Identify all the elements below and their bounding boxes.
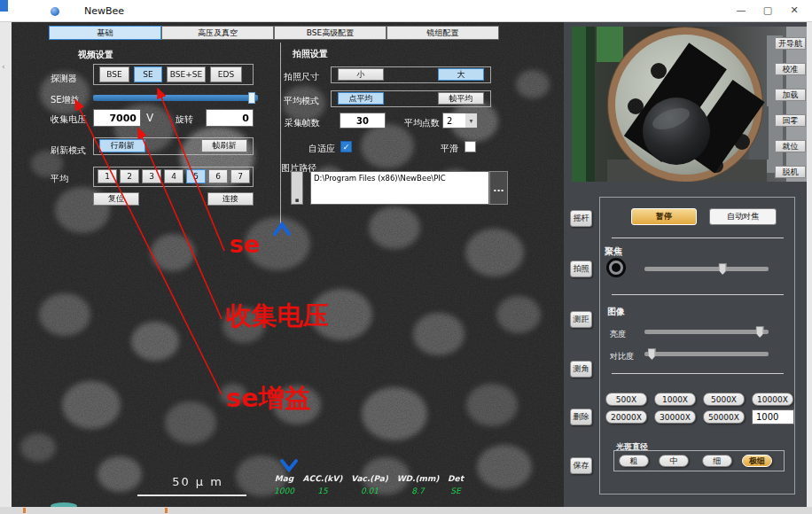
- offline-button[interactable]: 脱机: [775, 166, 806, 178]
- title-bar: NewBee — ▢ ✕: [0, 0, 812, 22]
- average-4-button[interactable]: 4: [164, 169, 183, 183]
- avg-frame-button[interactable]: 帧平均: [438, 92, 484, 105]
- size-small-button[interactable]: 小: [338, 68, 384, 81]
- status-det: DetSE: [448, 474, 464, 495]
- snapshot-button[interactable]: 拍照: [570, 261, 592, 277]
- refresh-mode-label: 刷新模式: [51, 144, 86, 157]
- maximize-button[interactable]: ▢: [761, 4, 775, 18]
- dropdown-arrow-icon[interactable]: ▾: [465, 113, 477, 128]
- annotation-voltage: 收集电压: [226, 299, 329, 334]
- average-2-button[interactable]: 2: [120, 169, 139, 183]
- app-title: NewBee: [84, 5, 124, 17]
- spot-fine-button[interactable]: 细: [702, 455, 732, 467]
- frames-input[interactable]: 30: [340, 113, 386, 128]
- taskbar-indicator: [23, 508, 26, 513]
- path-input[interactable]: D:\Program Files (x86)\NewBee\PIC: [310, 171, 489, 205]
- app-icon: [51, 7, 59, 16]
- open-navigation-button[interactable]: 开导航: [775, 37, 806, 50]
- in-position-button[interactable]: 就位: [775, 140, 806, 152]
- refresh-line-button[interactable]: 行刷新: [99, 139, 145, 152]
- save-button[interactable]: 保存: [570, 457, 592, 474]
- tab-basic[interactable]: 基础: [49, 26, 161, 40]
- voltage-unit-label: V: [146, 112, 153, 124]
- scale-bar: [137, 495, 246, 496]
- detector-bse-se-button[interactable]: BSE+SE: [167, 66, 206, 82]
- collect-voltage-input[interactable]: 7000: [93, 109, 141, 127]
- reset-button[interactable]: 复位: [93, 192, 139, 206]
- mag-10000x-button[interactable]: 10000X: [752, 393, 793, 406]
- tab-hv-vacuum[interactable]: 高压及真空: [161, 26, 274, 40]
- average-5-button[interactable]: 5: [186, 169, 206, 183]
- load-button[interactable]: 加载: [775, 89, 806, 101]
- chamber-camera-photo: [572, 27, 807, 182]
- rotation-label: 旋转: [176, 113, 193, 126]
- mag-30000x-button[interactable]: 30000X: [654, 410, 696, 424]
- right-panel: 开导航 校准 加载 回零 就位 脱机 摇杆 拍照 测距 测角 删除 保存 暂停 …: [564, 22, 807, 507]
- tab-lens-config[interactable]: 镜组配置: [386, 26, 499, 40]
- adaptive-checkbox[interactable]: ✓: [340, 141, 352, 152]
- home-button[interactable]: 回零: [775, 114, 806, 127]
- contrast-slider[interactable]: [644, 348, 769, 360]
- divider: [612, 373, 784, 374]
- size-large-button[interactable]: 大: [438, 68, 484, 81]
- calibrate-button[interactable]: 校准: [775, 63, 806, 75]
- autofocus-button[interactable]: 自动对焦: [709, 208, 777, 225]
- average-7-button[interactable]: 7: [230, 169, 250, 183]
- adaptive-label: 自适应: [308, 143, 335, 155]
- brightness-handle[interactable]: [756, 326, 764, 338]
- rotation-input[interactable]: 0: [206, 109, 254, 127]
- points-select[interactable]: 2 ▾: [442, 113, 478, 128]
- points-label: 平均点数: [404, 117, 440, 129]
- measure-distance-button[interactable]: 测距: [570, 311, 592, 328]
- detector-eds-button[interactable]: EDS: [210, 66, 242, 82]
- detector-se-button[interactable]: SE: [134, 66, 162, 82]
- average-1-button[interactable]: 1: [98, 169, 117, 183]
- mag-500x-button[interactable]: 500X: [605, 393, 647, 406]
- focus-target-icon[interactable]: [606, 258, 626, 277]
- measure-angle-button[interactable]: 测角: [570, 361, 592, 378]
- tab-bse-advanced[interactable]: BSE高级配置: [274, 26, 386, 40]
- focus-handle[interactable]: [719, 263, 727, 275]
- spot-coarse-button[interactable]: 粗: [619, 455, 649, 467]
- bottom-edge-strip: [0, 507, 812, 514]
- se-gain-label: SE增益: [51, 94, 80, 106]
- browse-button[interactable]: ...: [489, 171, 508, 205]
- detector-bse-button[interactable]: BSE: [99, 66, 129, 82]
- spot-medium-button[interactable]: 中: [659, 455, 689, 467]
- smooth-checkbox[interactable]: [465, 141, 476, 152]
- average-label: 平均: [51, 173, 68, 185]
- pause-button[interactable]: 暂停: [631, 208, 697, 225]
- se-gain-track: [93, 95, 258, 101]
- average-3-button[interactable]: 3: [142, 169, 161, 183]
- scale-label: 50 μ m: [144, 475, 251, 488]
- mag-5000x-button[interactable]: 5000X: [703, 393, 745, 406]
- frames-label: 采集帧数: [285, 117, 320, 129]
- joystick-button[interactable]: 摇杆: [570, 210, 592, 227]
- image-section-label: 图像: [607, 306, 625, 318]
- focus-slider[interactable]: [644, 263, 769, 275]
- video-settings-title: 视频设置: [78, 49, 113, 61]
- stage-icon[interactable]: ▪: [291, 171, 303, 205]
- se-gain-slider[interactable]: [93, 92, 258, 104]
- minimize-button[interactable]: —: [734, 4, 748, 18]
- divider: [612, 238, 784, 238]
- refresh-frame-button[interactable]: 帧刷新: [201, 139, 247, 152]
- mag-value-input[interactable]: 1000: [752, 409, 794, 424]
- mag-1000x-button[interactable]: 1000X: [654, 393, 696, 406]
- mag-50000x-button[interactable]: 50000X: [703, 410, 745, 424]
- contrast-handle[interactable]: [648, 348, 656, 360]
- delete-button[interactable]: 删除: [570, 409, 592, 425]
- connect-button[interactable]: 连接: [207, 192, 254, 206]
- mag-20000x-button[interactable]: 20000X: [605, 410, 647, 424]
- spot-extra-fine-button[interactable]: 极细: [742, 455, 772, 467]
- se-gain-handle[interactable]: [248, 92, 255, 104]
- brightness-slider[interactable]: [644, 326, 769, 338]
- points-value: 2: [447, 116, 452, 126]
- average-6-button[interactable]: 6: [208, 169, 228, 183]
- status-fields: Mag1000 ACC.(kV)15 Vac.(Pa)0.01 WD.(mm)8…: [274, 474, 464, 495]
- brightness-label: 亮度: [610, 329, 626, 340]
- collapse-chevron-icon[interactable]: ‹: [2, 62, 5, 71]
- close-button[interactable]: ✕: [787, 4, 801, 18]
- avg-point-button[interactable]: 点平均: [338, 92, 384, 105]
- photo-settings-title: 拍照设置: [293, 48, 328, 60]
